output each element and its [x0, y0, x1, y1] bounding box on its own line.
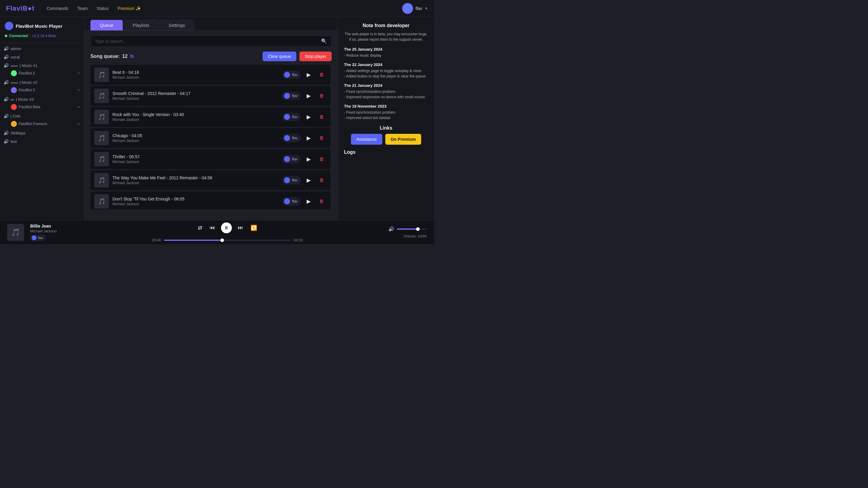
speaker-icon-4: 🔊: [4, 80, 9, 85]
clear-queue-button[interactable]: Clear queue: [262, 52, 297, 61]
tab-settings[interactable]: Settings: [159, 20, 194, 30]
separator: |: [30, 34, 30, 38]
links-title: Links: [344, 125, 428, 131]
chevron-down-icon: ▼: [425, 6, 428, 10]
song-thumbnail: 🎵: [94, 89, 109, 103]
pause-button[interactable]: ⏸: [221, 223, 232, 233]
channel-music2-sub: FlaviBot 3 ✏: [0, 86, 84, 94]
next-button[interactable]: ⏭: [237, 223, 245, 232]
hash-icons-3: ▬: [10, 97, 14, 101]
changelog-item: - Improved select bot sidebar: [344, 115, 428, 121]
player-badge-dot: [32, 235, 36, 240]
right-panel: Note from developer The web player is in…: [338, 17, 434, 220]
speaker-icon-7: 🔊: [4, 131, 9, 135]
flavibot3-label: FlaviBot 3: [19, 88, 35, 92]
channel-group-vocal: 🔊 vocal: [0, 53, 84, 61]
user-menu[interactable]: 🌐 flav ▼: [402, 3, 428, 14]
channel-admin[interactable]: 🔊 admin: [0, 45, 84, 52]
changelog-item: - Added settings page to toggle autoplay…: [344, 68, 428, 73]
song-play-button[interactable]: ▶: [304, 70, 313, 79]
tab-playlists[interactable]: Playlists: [123, 20, 159, 30]
progress-track[interactable]: [164, 240, 291, 241]
song-delete-button[interactable]: 🗑: [317, 134, 327, 142]
repeat-button[interactable]: 🔁: [249, 223, 258, 232]
tab-queue[interactable]: Queue: [90, 20, 123, 30]
sidebar-sub-flavibotpremium[interactable]: FlaviBot Premium ✏: [8, 120, 84, 128]
refresh-icon[interactable]: ↻: [130, 54, 134, 59]
sidebar-sub-flavibot3[interactable]: FlaviBot 3 ✏: [8, 86, 84, 94]
channel-vocal[interactable]: 🔊 vocal: [0, 53, 84, 61]
channel-music2-label: | Music #2: [20, 80, 37, 85]
flavibot2-icon: [11, 70, 17, 76]
song-info: Rock with You - Single Version - 03:40 M…: [113, 112, 279, 122]
connected-label: Connected: [9, 34, 28, 38]
flavibotpremium-icon: [11, 121, 17, 127]
changelog-jan25: The 25 January 2024 - Reduce music displ…: [344, 47, 428, 58]
channel-test[interactable]: 🔊 test: [0, 138, 84, 145]
song-artist: Michael Jackson: [113, 96, 279, 101]
nav-team[interactable]: Team: [77, 6, 87, 11]
changelog-date: The 25 January 2024: [344, 47, 428, 52]
song-play-button[interactable]: ▶: [304, 155, 313, 164]
song-delete-button[interactable]: 🗑: [317, 197, 327, 205]
sidebar-header: FlaviBot Music Player: [0, 17, 84, 33]
song-title: The Way You Make Me Feel - 2012 Remaster…: [113, 175, 279, 180]
player-badge-name: flav: [38, 236, 43, 240]
nav-premium[interactable]: Premium ✨: [118, 6, 141, 11]
flavibotpremium-label: FlaviBot Premium: [19, 122, 47, 126]
song-delete-button[interactable]: 🗑: [317, 92, 327, 100]
nav-links: Commands Team Status Premium ✨: [47, 6, 141, 11]
user-name-badge: flav: [292, 199, 298, 203]
song-play-button[interactable]: ▶: [304, 176, 313, 185]
edit-icon-4[interactable]: ✏: [78, 122, 81, 126]
channel-music3[interactable]: 🔊 ▬ | Music #3: [0, 96, 84, 103]
progress-fill: [164, 240, 222, 241]
channel-chill[interactable]: 🔊 | Chill: [0, 112, 84, 120]
song-play-button[interactable]: ▶: [304, 133, 313, 142]
channel-384[interactable]: 🔊 384kbps: [0, 129, 84, 136]
song-delete-button[interactable]: 🗑: [317, 155, 327, 163]
volume-label: Volume: 100%: [404, 234, 427, 238]
assistance-button[interactable]: Assistance: [351, 134, 382, 145]
speaker-icon-2: 🔊: [4, 55, 9, 59]
channel-music2[interactable]: 🔊 ▬▬ | Music #2: [0, 79, 84, 86]
edit-icon-2[interactable]: ✏: [78, 88, 81, 92]
song-list: 🎵 Beat It - 04:18 Michael Jackson flav ▶…: [90, 65, 331, 209]
sidebar-title: FlaviBot Music Player: [16, 24, 62, 29]
nav-status[interactable]: Status: [96, 6, 108, 11]
total-time: 04:53: [293, 238, 303, 242]
user-dot: [284, 135, 290, 141]
speaker-icon: 🔊: [4, 46, 9, 51]
stop-player-button[interactable]: Stop player: [299, 52, 332, 61]
song-play-button[interactable]: ▶: [304, 112, 313, 122]
nav-commands[interactable]: Commands: [47, 6, 68, 11]
search-input[interactable]: [95, 39, 321, 44]
song-play-button[interactable]: ▶: [304, 91, 313, 100]
prev-button[interactable]: ⏮: [208, 223, 216, 232]
shuffle-button[interactable]: ⇄: [196, 223, 204, 232]
song-delete-button[interactable]: 🗑: [317, 113, 327, 121]
flavibot2-label: FlaviBot 2: [19, 71, 35, 75]
user-dot: [284, 156, 290, 162]
list-item: 🎵 The Way You Make Me Feel - 2012 Remast…: [90, 170, 331, 190]
progress-dot: [220, 238, 224, 242]
user-name-badge: flav: [292, 73, 298, 77]
sidebar-sub-flavibot2[interactable]: FlaviBot 2 ✏: [8, 69, 84, 77]
sidebar-sub-flavibotbeta[interactable]: FlaviBot Beta ✏: [8, 103, 84, 111]
edit-icon-3[interactable]: ✏: [78, 105, 81, 109]
song-play-button[interactable]: ▶: [304, 197, 313, 206]
changelog-date: The 19 November 2023: [344, 104, 428, 108]
song-delete-button[interactable]: 🗑: [317, 176, 327, 184]
links-row: Assistance Go Premium: [344, 134, 428, 145]
edit-icon[interactable]: ✏: [78, 71, 81, 75]
queue-area: 🔍 Song queue: 12 ↻ Clear queue Stop play…: [85, 31, 338, 220]
song-delete-button[interactable]: 🗑: [317, 71, 327, 79]
channel-music1-sub: FlaviBot 2 ✏: [0, 69, 84, 77]
volume-track[interactable]: [397, 228, 427, 230]
channel-group-test: 🔊 test: [0, 137, 84, 145]
channel-music1[interactable]: 🔊 ▬▬ | Music #1: [0, 62, 84, 69]
channel-music3-sub: FlaviBot Beta ✏: [0, 103, 84, 111]
song-info: Don't Stop 'Til You Get Enough - 06:05 M…: [113, 197, 279, 206]
go-premium-button[interactable]: Go Premium: [385, 134, 421, 145]
song-info: Thriller - 05:57 Michael Jackson: [113, 154, 279, 164]
